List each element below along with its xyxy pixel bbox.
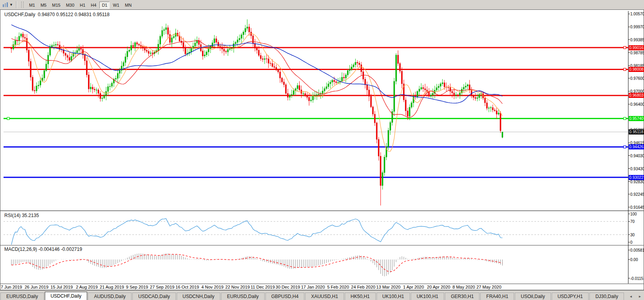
toolbar-grip-handle[interactable] <box>21 2 24 8</box>
level-line-0.95740[interactable] <box>4 118 628 119</box>
panel-separator[interactable] <box>0 210 644 211</box>
price-tick-label: 0.91645 <box>630 205 644 210</box>
level-line-0.94426[interactable] <box>4 146 628 147</box>
level-price-label-0.93022: 0.93022 <box>629 175 644 180</box>
price-tick-label: 0.92830 <box>630 180 644 184</box>
chart-title: USDCHF,Daily 0.94870 0.95122 0.94831 0.9… <box>4 12 110 17</box>
line-handle[interactable] <box>7 117 9 120</box>
chart-tab-usdchf-daily[interactable]: USDCHF,Daily <box>45 292 88 300</box>
date-axis-label: 26 Jun 2019 <box>25 285 49 289</box>
rsi-scale-label: 30 <box>630 233 644 237</box>
date-axis-label: 15 Jul 2019 <box>51 285 73 289</box>
timeframe-toolbar: ▼ M1M5M15M30H1H4D1W1MN <box>0 0 644 10</box>
date-axis-label: 24 Feb 2020 <box>351 285 375 289</box>
line-handle[interactable] <box>624 146 626 148</box>
tab-scroll-controls: ◂ ▸ <box>630 292 641 300</box>
date-axis-label: 7 Jun 2019 <box>1 285 22 289</box>
chevron-down-icon[interactable]: ▼ <box>9 3 13 7</box>
timeframe-button-m1[interactable]: M1 <box>27 2 37 9</box>
price-tick-label: 0.92245 <box>630 192 644 197</box>
price-tick-label: 0.99385 <box>630 38 644 42</box>
chart-tab-xauusd-h1[interactable]: XAUUSD,H1 <box>305 293 344 300</box>
date-axis-label: 2 Aug 2019 <box>76 285 98 289</box>
rsi-indicator-label: RSI(14) 35.2135 <box>4 213 39 218</box>
bid-price-label: 0.95118 <box>629 129 644 134</box>
chart-tab-dj30-daily[interactable]: DJ30,Daily <box>589 293 624 300</box>
price-tick-label: 1.00570 <box>630 12 644 16</box>
chart-tab-usoil-daily[interactable]: USOil,Daily <box>515 293 551 300</box>
line-handle[interactable] <box>624 68 626 71</box>
macd-indicator-label: MACD(12,26,9) -0.004146 -0.002719 <box>4 247 82 252</box>
date-axis-label: 1 Apr 2020 <box>403 285 424 289</box>
timeframe-button-m30[interactable]: M30 <box>64 2 77 9</box>
level-price-label-0.94426: 0.94426 <box>629 144 644 149</box>
date-axis-label: 27 Sep 2019 <box>150 285 174 289</box>
date-axis-label: 30 Dec 2019 <box>276 285 300 289</box>
timeframe-button-mn[interactable]: MN <box>123 2 134 9</box>
rsi-scale-label: 100 <box>630 212 644 216</box>
chart-tab-eurusd-daily[interactable]: EURUSD,Daily <box>221 293 265 300</box>
level-line-0.99016[interactable] <box>4 47 628 48</box>
chart-tab-gbpusd-h4[interactable]: GBPUSD,H4 <box>265 293 304 300</box>
level-price-label-0.99016: 0.99016 <box>629 45 644 50</box>
price-tick-label: 0.94030 <box>630 154 644 158</box>
timeframe-button-m15[interactable]: M15 <box>49 2 62 9</box>
chart-window[interactable]: USDCHF,Daily 0.94870 0.95122 0.94831 0.9… <box>0 9 644 290</box>
chart-canvas[interactable] <box>0 10 644 290</box>
timeframe-button-h4[interactable]: H4 <box>88 2 99 9</box>
chart-tab-fra40-h1[interactable]: FRA40,H1 <box>480 293 514 300</box>
date-axis-label: 17 Jan 2020 <box>301 285 325 289</box>
date-axis-label: 22 Nov 2019 <box>225 285 250 289</box>
date-axis-label: 8 May 2020 <box>452 285 475 289</box>
level-price-label-0.98008: 0.98008 <box>629 67 644 72</box>
rsi-scale-label: 70 <box>630 219 644 224</box>
timeframe-button-m5[interactable]: M5 <box>38 2 49 9</box>
date-axis-label: 9 Sep 2019 <box>126 285 148 289</box>
line-handle[interactable] <box>624 46 626 49</box>
timeframe-button-h1[interactable]: H1 <box>77 2 88 9</box>
horizontal-level-lines[interactable] <box>4 46 628 178</box>
panel-separator <box>0 283 644 284</box>
macd-scale-label: -0.011514 <box>630 276 644 281</box>
chart-tabs: EURUSD,DailyUSDCHF,DailyAUDUSD,DailyUSDC… <box>0 292 624 300</box>
chart-tab-hk50-h1[interactable]: HK50,H1 <box>345 293 376 300</box>
rsi-scale-label: 0 <box>630 240 644 245</box>
date-axis-label: 11 Dec 2019 <box>251 285 275 289</box>
panel-separator[interactable] <box>0 245 644 246</box>
chart-type-icon-glyph <box>2 2 9 7</box>
timeframe-buttons: M1M5M15M30H1H4D1W1MN <box>26 1 134 8</box>
chart-tab-usdcnh-daily[interactable]: USDCNH,Daily <box>177 293 220 300</box>
chart-tab-eurusd-daily[interactable]: EURUSD,Daily <box>0 293 44 300</box>
chart-tab-usdcad-daily[interactable]: USDCAD,Daily <box>132 293 176 300</box>
date-axis-label: 5 Feb 2020 <box>327 285 349 289</box>
timeframe-button-w1[interactable]: W1 <box>110 2 122 9</box>
chart-tab-uk100-h1[interactable]: UK100,H1 <box>411 293 444 300</box>
price-tick-label: 0.96400 <box>630 102 644 107</box>
tab-scroll-right-icon[interactable]: ▸ <box>639 294 641 298</box>
macd-scale-label: 0.005818 <box>630 248 644 252</box>
chart-tab-audusd-daily[interactable]: AUDUSD,Daily <box>88 293 132 300</box>
chart-tab-uk100-h1[interactable]: UK100,H1 <box>377 293 410 300</box>
macd-signal-line <box>11 254 502 272</box>
level-line-0.93022[interactable] <box>4 177 628 178</box>
chart-type-icon[interactable] <box>2 1 9 8</box>
price-tick-label: 0.99970 <box>630 25 644 29</box>
level-line-0.98008[interactable] <box>4 69 628 70</box>
rsi-line <box>11 219 502 245</box>
price-tick-label: 0.93430 <box>630 167 644 171</box>
level-line-0.96803[interactable] <box>4 95 628 96</box>
date-axis-label: 21 Aug 2019 <box>100 285 124 289</box>
tab-scroll-left-icon[interactable]: ◂ <box>630 294 632 298</box>
chart-tab-ger30-h1[interactable]: GER30,H1 <box>445 293 479 300</box>
date-axis-label: 27 May 2020 <box>476 285 501 289</box>
chart-tab-usdjpy-h1[interactable]: USDJPY,H1 <box>552 293 589 300</box>
date-axis-label: 13 Mar 2020 <box>376 285 401 289</box>
toolbar-separator <box>16 1 17 8</box>
date-axis-label: 20 Apr 2020 <box>427 285 450 289</box>
price-tick-label: 0.98785 <box>630 51 644 55</box>
level-price-label-0.96803: 0.96803 <box>629 93 644 98</box>
price-tick-label: 0.97600 <box>630 76 644 81</box>
line-handle[interactable] <box>624 117 626 120</box>
timeframe-button-d1[interactable]: D1 <box>99 2 110 9</box>
date-axis-label: 4 Nov 2019 <box>201 285 223 289</box>
